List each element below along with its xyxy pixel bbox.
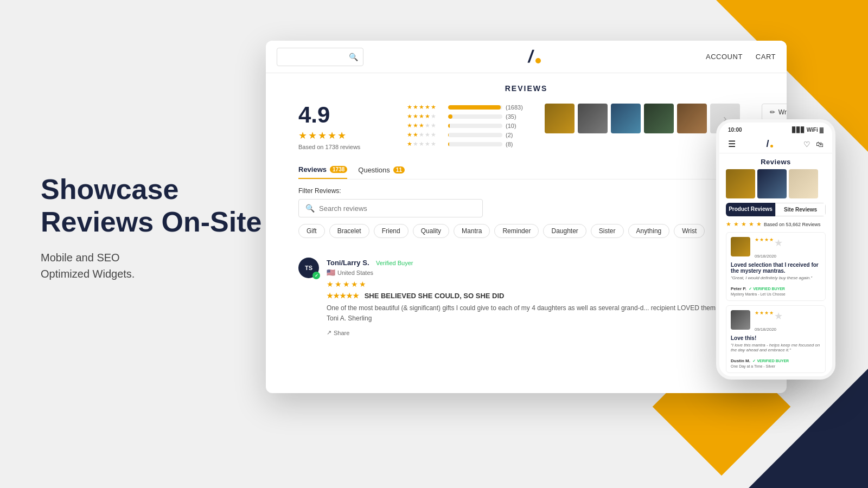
review-title: ★★★★★ SHE BELIEVED SHE COULD, SO SHE DID — [327, 292, 754, 300]
filter-tag-friend[interactable]: Friend — [374, 224, 409, 238]
mobile-logo-slash: / — [766, 138, 769, 150]
mobile-review-img-2 — [731, 310, 750, 330]
mobile-verified-1: ✓ — [749, 287, 753, 291]
filter-tag-mantra[interactable]: Mantra — [454, 224, 490, 238]
filter-tag-anything[interactable]: Anything — [628, 224, 670, 238]
mobile-reviewer-name-2: Dustin M. — [731, 358, 750, 363]
filter-tag-gift[interactable]: Gift — [298, 224, 325, 238]
tab-questions[interactable]: Questions 11 — [358, 161, 405, 179]
bar-stars-5: ★★★★★ — [407, 104, 445, 111]
mobile-cart-icon[interactable]: 🛍 — [816, 140, 824, 149]
star-bar-row-1: ★★★★★ (8) — [407, 140, 523, 147]
mobile-review-card-2: ★ ★ ★ ★ ★ 09/18/2020 Love this! "I love … — [726, 305, 826, 373]
bar-stars-1: ★★★★★ — [407, 140, 445, 147]
pencil-icon: ✏ — [770, 108, 775, 116]
nav-cart[interactable]: CART — [756, 53, 776, 61]
reviews-tabs: Reviews 1738 Questions 11 — [298, 161, 754, 179]
share-button[interactable]: ↗ Share — [327, 329, 754, 336]
mobile-mockup: 10:00 ▊▊▊ WiFi ▓ ☰ / ♡ 🛍 Reviews Product… — [716, 119, 835, 380]
review-star-4: ★ — [351, 280, 358, 288]
wifi-icon: WiFi — [807, 127, 818, 133]
logo-slash: / — [527, 47, 535, 67]
mobile-review-stars-2: ★ ★ ★ ★ ★ — [755, 310, 821, 322]
filter-tag-quality[interactable]: Quality — [413, 224, 449, 238]
bar-stars-3: ★★★★★ — [407, 122, 445, 129]
avatar-initials: TS — [305, 265, 312, 271]
star-4: ★ — [328, 130, 336, 142]
mobile-heart-icon[interactable]: ♡ — [803, 140, 810, 149]
mobile-photo-3[interactable] — [789, 169, 818, 198]
photo-thumb-3[interactable] — [611, 104, 641, 133]
mobile-photo-2[interactable] — [757, 169, 787, 198]
filter-tags-container: Gift Bracelet Friend Quality Mantra Remi… — [298, 224, 754, 238]
rating-stars: ★ ★ ★ ★ ★ — [298, 130, 385, 142]
mobile-review-stars-1: ★ ★ ★ ★ ★ — [755, 237, 821, 249]
write-review-button[interactable]: ✏ Write a Review — [762, 104, 787, 121]
star-5: ★ — [337, 130, 346, 142]
mobile-photo-1[interactable] — [726, 169, 755, 198]
mobile-star-2: ★ — [733, 221, 739, 228]
bar-count-4: (35) — [506, 113, 521, 120]
bar-fill-3 — [448, 124, 450, 128]
star-bar-row-2: ★★★★★ (2) — [407, 131, 523, 138]
browser-search-icon: 🔍 — [349, 53, 358, 61]
tab-reviews-badge: 1738 — [330, 166, 347, 173]
reviewer-location: 🇺🇸 United States — [327, 268, 754, 277]
photo-strip: › — [545, 104, 740, 133]
photo-thumb-4[interactable] — [644, 104, 674, 133]
filter-tag-wrist[interactable]: Wrist — [674, 224, 705, 238]
bar-track-5 — [448, 105, 502, 110]
search-reviews-input[interactable] — [319, 204, 476, 213]
browser-logo: / — [528, 47, 541, 67]
mobile-reviews-title: Reviews — [719, 153, 832, 169]
filter-search-icon: 🔍 — [305, 204, 315, 213]
photo-thumb-5[interactable] — [677, 104, 707, 133]
battery-icon: ▓ — [820, 127, 824, 133]
star-2: ★ — [308, 130, 317, 142]
filter-tag-reminder[interactable]: Reminder — [494, 224, 539, 238]
big-rating-number: 4.9 — [298, 104, 385, 126]
review-star-3: ★ — [343, 280, 350, 288]
mobile-product-1: Mystery Mantra - Let Us Choose — [731, 292, 821, 296]
mobile-star-1: ★ — [726, 221, 731, 228]
mobile-review-body-2: "I love this mantra - helps keep me focu… — [731, 343, 821, 352]
mobile-menu-icon[interactable]: ☰ — [728, 139, 736, 149]
mobile-tab-site-reviews[interactable]: Site Reviews — [775, 203, 826, 216]
mobile-star-3: ★ — [741, 221, 746, 228]
star-bar-row-4: ★★★★★ (35) — [407, 113, 523, 120]
bar-track-1 — [448, 142, 502, 146]
review-star-2: ★ — [335, 280, 342, 288]
review-item-stars: ★ ★ ★ ★ ★ — [327, 280, 754, 288]
nav-account[interactable]: ACCOUNT — [706, 53, 743, 61]
mobile-product-2: One Day at a Time - Silver — [731, 364, 821, 368]
filter-label: Filter Reviews: — [298, 187, 754, 195]
photo-thumb-1[interactable] — [545, 104, 575, 133]
mobile-review-img-1 — [731, 237, 750, 256]
mobile-nav-icons: ♡ 🛍 — [803, 140, 824, 149]
mobile-review-title-1: Loved selection that I received for the … — [731, 262, 821, 274]
mobile-review-card-1: ★ ★ ★ ★ ★ 09/18/2020 Loved selection tha… — [726, 232, 826, 301]
star-bars: ★★★★★ (1683) ★★★★★ (35) ★★★★★ — [407, 104, 523, 147]
review-star-5: ★ — [359, 280, 366, 288]
m-star-2: ★ — [760, 237, 764, 249]
filter-tag-sister[interactable]: Sister — [591, 224, 624, 238]
share-label: Share — [334, 330, 349, 336]
star-bar-row-3: ★★★★★ (10) — [407, 122, 523, 129]
review-title-stars: ★★★★★ — [327, 292, 359, 300]
browser-url-input[interactable] — [284, 53, 349, 61]
mobile-review-title-2: Love this! — [731, 335, 821, 341]
bar-fill-1 — [448, 142, 449, 146]
mobile-status-bar: 10:00 ▊▊▊ WiFi ▓ — [719, 123, 832, 135]
filter-tag-daughter[interactable]: Daughter — [543, 224, 586, 238]
bar-count-1: (8) — [506, 141, 521, 147]
mobile-tab-product-reviews[interactable]: Product Reviews — [726, 203, 775, 216]
filter-tag-bracelet[interactable]: Bracelet — [329, 224, 369, 238]
browser-search-bar[interactable]: 🔍 — [277, 48, 363, 66]
m2-star-5: ★ — [774, 310, 783, 322]
reviewer-name-row: Toni/Larry S. Verified Buyer — [327, 258, 754, 267]
tab-questions-label: Questions — [358, 166, 390, 174]
photo-thumb-2[interactable] — [578, 104, 608, 133]
browser-window: 🔍 / ACCOUNT CART REVIEWS 4.9 ★ ★ ★ ★ ★ — [266, 41, 787, 393]
search-filter-bar[interactable]: 🔍 — [298, 199, 483, 217]
tab-reviews[interactable]: Reviews 1738 — [298, 161, 347, 179]
